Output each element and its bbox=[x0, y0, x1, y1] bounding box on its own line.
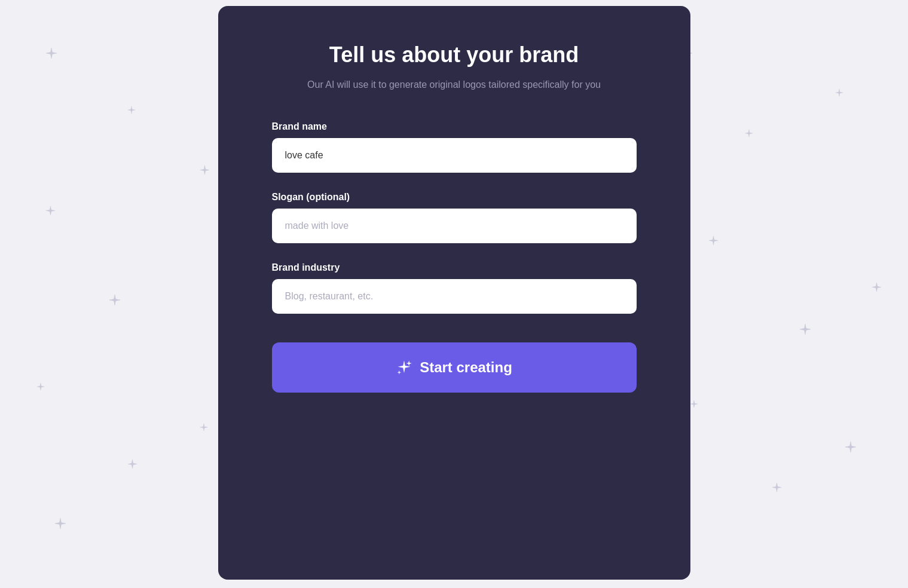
sparkle-decoration bbox=[36, 382, 45, 393]
sparkle-icon bbox=[396, 359, 412, 376]
slogan-label: Slogan (optional) bbox=[272, 192, 637, 203]
slogan-input[interactable] bbox=[272, 209, 637, 243]
start-creating-button[interactable]: Start creating bbox=[272, 342, 637, 393]
slogan-group: Slogan (optional) bbox=[272, 192, 637, 243]
page-subtitle: Our AI will use it to generate original … bbox=[272, 77, 637, 93]
brand-industry-label: Brand industry bbox=[272, 262, 637, 273]
sparkle-decoration bbox=[127, 106, 136, 116]
sparkle-decoration bbox=[45, 206, 56, 218]
sparkle-decoration bbox=[690, 400, 698, 410]
header-section: Tell us about your brand Our AI will use… bbox=[272, 42, 637, 93]
sparkle-decoration bbox=[109, 294, 121, 308]
sparkle-decoration bbox=[45, 47, 57, 62]
brand-industry-input[interactable] bbox=[272, 279, 637, 314]
sparkle-decoration bbox=[872, 282, 882, 294]
form-section: Brand name Slogan (optional) Brand indus… bbox=[272, 121, 637, 314]
sparkle-decoration bbox=[745, 129, 753, 139]
sparkle-decoration bbox=[799, 323, 811, 338]
brand-name-input[interactable] bbox=[272, 138, 637, 173]
main-card: Tell us about your brand Our AI will use… bbox=[218, 6, 690, 580]
sparkle-decoration bbox=[200, 423, 208, 433]
brand-name-group: Brand name bbox=[272, 121, 637, 173]
brand-industry-group: Brand industry bbox=[272, 262, 637, 314]
brand-name-label: Brand name bbox=[272, 121, 637, 132]
start-creating-label: Start creating bbox=[420, 359, 512, 376]
sparkle-decoration bbox=[200, 165, 210, 177]
sparkle-decoration bbox=[708, 235, 719, 247]
sparkle-decoration bbox=[54, 517, 66, 532]
sparkle-decoration bbox=[835, 88, 843, 99]
page-title: Tell us about your brand bbox=[272, 42, 637, 68]
sparkle-decoration bbox=[845, 441, 857, 455]
sparkle-decoration bbox=[127, 459, 137, 471]
sparkle-decoration bbox=[772, 482, 782, 494]
